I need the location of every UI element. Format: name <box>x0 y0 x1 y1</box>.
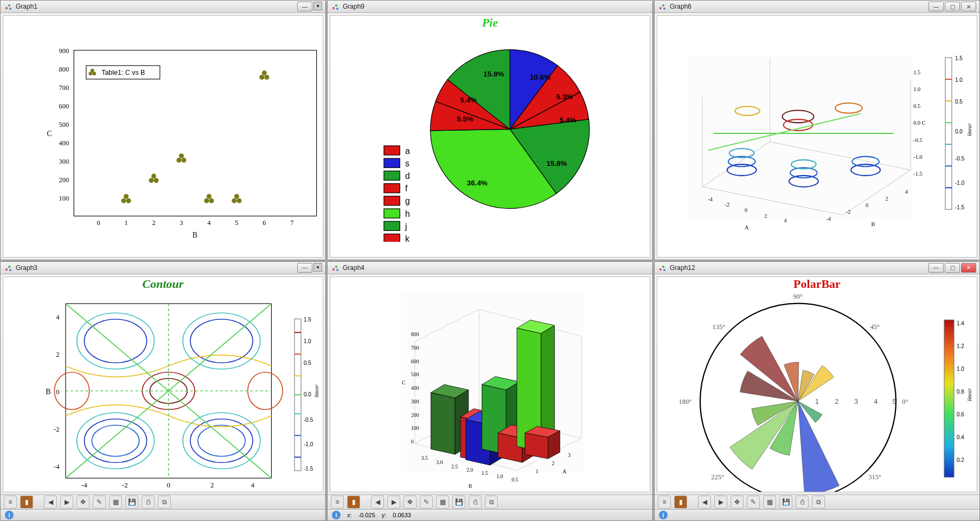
svg-point-45 <box>336 8 338 10</box>
maximize-button[interactable]: ▢ <box>945 263 960 273</box>
window-graph4[interactable]: Graph4 0100200300400500600700800 C 3.53.… <box>327 261 653 522</box>
print-icon[interactable]: ⎙ <box>142 496 155 509</box>
edit-icon[interactable]: ✎ <box>747 496 760 509</box>
window-graph6[interactable]: Graph6 — ▢ ✕ <box>654 0 980 260</box>
move-icon[interactable]: ✥ <box>403 496 417 509</box>
svg-text:5.4%: 5.4% <box>560 116 577 124</box>
back-icon[interactable]: ◀ <box>371 496 384 509</box>
grid-icon[interactable]: ▦ <box>109 496 122 509</box>
svg-point-44 <box>335 4 337 7</box>
svg-text:500: 500 <box>411 371 419 377</box>
title-text: Graph3 <box>16 264 294 272</box>
scatter-chart-panel: C B 900800 700600 500400 300200 100 01 2… <box>3 15 323 258</box>
back-icon[interactable]: ◀ <box>698 496 711 509</box>
svg-rect-68 <box>384 234 400 242</box>
title-text: Graph9 <box>343 3 649 10</box>
titlebar-graph12[interactable]: Graph12 — ▢ ✕ <box>655 262 979 274</box>
save-icon[interactable]: 💾 <box>125 496 138 509</box>
grid-icon[interactable]: ▦ <box>763 496 776 509</box>
info-icon[interactable]: i <box>659 511 668 519</box>
svg-text:0: 0 <box>411 439 414 445</box>
colorbar: 1.51.00.50.0-0.5-1.0-1.5 linear <box>939 16 977 257</box>
minimize-button[interactable]: — <box>928 2 944 11</box>
edit-icon[interactable]: ✎ <box>420 496 433 509</box>
titlebar-graph1[interactable]: Graph1 — ▾ <box>1 1 325 13</box>
maximize-button[interactable]: ▢ <box>945 2 960 11</box>
svg-text:1.4: 1.4 <box>957 320 964 326</box>
copy-icon[interactable]: ⧉ <box>812 496 825 509</box>
window-graph3[interactable]: Graph3 —▾ Contour 420-2-4 -4-2024 B A <box>0 261 326 522</box>
chart-icon[interactable]: ▮ <box>20 496 33 509</box>
menu-icon[interactable]: ≡ <box>331 496 344 509</box>
forward-icon[interactable]: ▶ <box>714 496 727 509</box>
svg-text:0: 0 <box>97 219 100 227</box>
info-icon[interactable]: i <box>5 511 14 519</box>
polar-chart-panel: PolarBar 0°45°90°135° 180°225°270°315° 1… <box>657 276 977 493</box>
move-icon[interactable]: ✥ <box>731 496 744 509</box>
menu-icon[interactable]: ≡ <box>4 496 17 509</box>
svg-text:7: 7 <box>290 219 293 227</box>
grid-icon[interactable]: ▦ <box>436 496 449 509</box>
chart-icon[interactable]: ▮ <box>674 496 687 509</box>
svg-text:3.0: 3.0 <box>436 459 443 465</box>
minimize-button[interactable]: — <box>297 263 312 273</box>
svg-text:-4: -4 <box>54 462 60 470</box>
print-icon[interactable]: ⎙ <box>469 496 482 509</box>
svg-rect-200 <box>944 320 954 477</box>
window-graph12[interactable]: Graph12 — ▢ ✕ PolarBar 0°45°90°135° 180°… <box>654 261 980 522</box>
edit-icon[interactable]: ✎ <box>93 496 106 509</box>
scroll-button[interactable]: ▾ <box>313 2 322 10</box>
save-icon[interactable]: 💾 <box>452 496 465 509</box>
pie-title: Pie <box>330 16 650 30</box>
svg-point-31 <box>179 153 184 158</box>
forward-icon[interactable]: ▶ <box>60 496 73 509</box>
svg-point-184 <box>662 266 664 268</box>
svg-text:1.0: 1.0 <box>955 77 963 83</box>
copy-icon[interactable]: ⧉ <box>485 496 498 509</box>
svg-point-41 <box>259 75 264 80</box>
svg-text:15.8%: 15.8% <box>546 159 567 168</box>
svg-text:5.3%: 5.3% <box>556 93 573 101</box>
svg-text:0.5: 0.5 <box>511 476 518 482</box>
chart-icon[interactable]: ▮ <box>347 496 360 509</box>
svg-text:4: 4 <box>251 481 255 489</box>
window-graph1[interactable]: Graph1 — ▾ C B 900800 700600 500400 3002… <box>0 0 326 260</box>
svg-text:315°: 315° <box>868 473 881 481</box>
svg-point-32 <box>176 158 181 163</box>
svg-point-117 <box>5 268 8 271</box>
copy-icon[interactable]: ⧉ <box>158 496 171 509</box>
info-icon[interactable]: i <box>332 511 341 519</box>
svg-rect-73 <box>688 55 913 218</box>
close-button[interactable]: ✕ <box>961 263 976 273</box>
contour-title: Contour <box>3 277 323 291</box>
save-icon[interactable]: 💾 <box>779 496 792 509</box>
titlebar-graph4[interactable]: Graph4 <box>328 262 652 274</box>
svg-point-135 <box>85 319 147 363</box>
move-icon[interactable]: ✥ <box>76 496 89 509</box>
menu-icon[interactable]: ≡ <box>658 496 671 509</box>
minimize-button[interactable]: — <box>297 2 312 11</box>
minimize-button[interactable]: — <box>928 263 944 273</box>
svg-point-29 <box>149 178 153 183</box>
svg-point-25 <box>124 194 129 199</box>
titlebar-graph9[interactable]: Graph9 <box>328 1 652 13</box>
titlebar-graph6[interactable]: Graph6 — ▢ ✕ <box>655 1 979 13</box>
window-graph9[interactable]: Graph9 Pie 15.8% 10.6% 5.3% <box>327 0 653 260</box>
svg-text:180°: 180° <box>678 397 691 405</box>
scroll-button[interactable]: ▾ <box>313 263 322 272</box>
titlebar-graph3[interactable]: Graph3 —▾ <box>1 262 325 274</box>
app-icon <box>331 263 340 272</box>
svg-text:1.5: 1.5 <box>913 69 920 75</box>
print-icon[interactable]: ⎙ <box>796 496 809 509</box>
forward-icon[interactable]: ▶ <box>387 496 400 509</box>
back-icon[interactable]: ◀ <box>44 496 57 509</box>
svg-text:600: 600 <box>411 358 419 364</box>
svg-text:300: 300 <box>411 398 419 404</box>
window-buttons: — ▢ ✕ <box>928 2 976 11</box>
close-button[interactable]: ✕ <box>961 2 976 11</box>
svg-point-71 <box>662 4 664 7</box>
svg-text:2: 2 <box>835 397 838 405</box>
svg-text:f: f <box>405 184 408 193</box>
svg-text:1: 1 <box>815 397 819 405</box>
svg-text:2: 2 <box>885 196 888 202</box>
